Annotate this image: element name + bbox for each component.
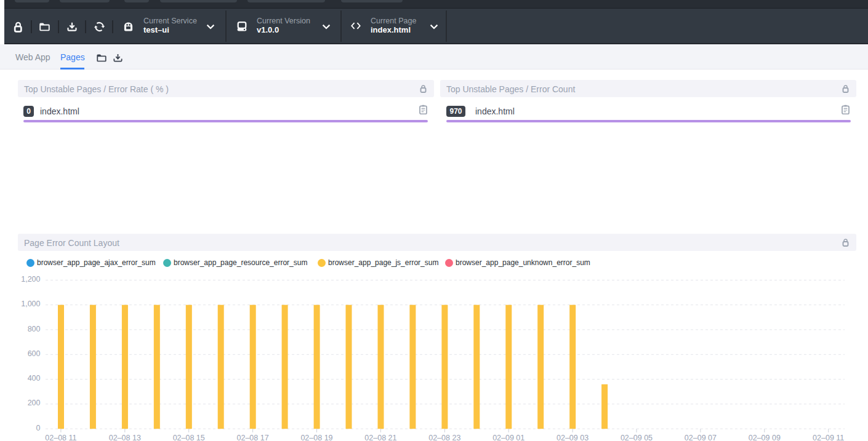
svg-text:02–08 23: 02–08 23 <box>428 434 460 441</box>
svg-text:02–08 19: 02–08 19 <box>300 434 332 441</box>
svg-text:800: 800 <box>28 325 41 333</box>
svg-text:02–09 03: 02–09 03 <box>557 434 589 441</box>
svg-text:1,200: 1,200 <box>21 275 40 284</box>
svg-text:02–09 11: 02–09 11 <box>813 434 844 441</box>
svg-text:0: 0 <box>36 424 41 432</box>
svg-text:400: 400 <box>28 374 41 383</box>
svg-text:200: 200 <box>28 399 41 407</box>
svg-text:02–09 09: 02–09 09 <box>749 434 781 441</box>
svg-text:02–08 15: 02–08 15 <box>173 434 205 441</box>
svg-text:1,000: 1,000 <box>21 300 40 308</box>
svg-text:02–08 17: 02–08 17 <box>237 434 269 441</box>
svg-text:600: 600 <box>28 349 41 358</box>
svg-text:02–08 11: 02–08 11 <box>45 434 76 441</box>
svg-text:02–08 13: 02–08 13 <box>109 434 141 441</box>
svg-text:02–09 01: 02–09 01 <box>492 434 524 441</box>
svg-text:02–09 05: 02–09 05 <box>621 434 653 441</box>
svg-text:02–09 07: 02–09 07 <box>685 434 717 441</box>
svg-text:02–08 21: 02–08 21 <box>364 434 396 441</box>
